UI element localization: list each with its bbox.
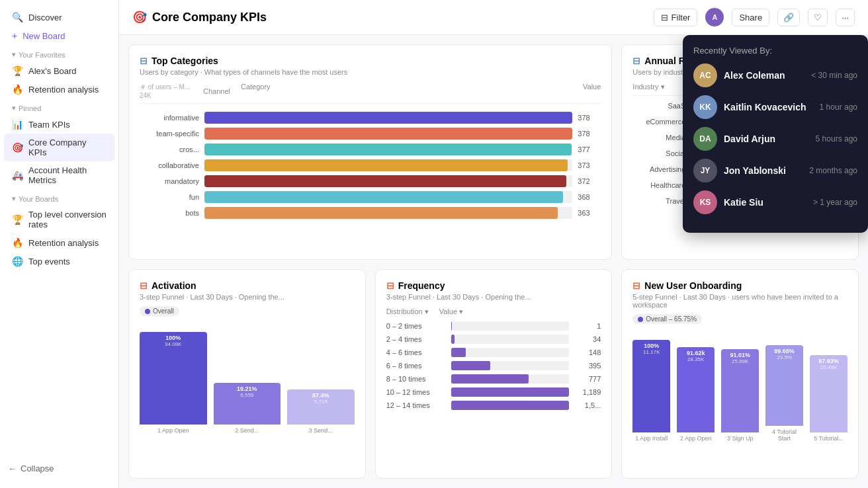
- onboarding-bar-label: 91.01%: [730, 352, 750, 358]
- sidebar-item-top-conversion[interactable]: 🏆 Top level conversion rates: [4, 206, 114, 233]
- onboarding-step-label: 5 Tutorial...: [814, 435, 844, 442]
- favorites-label: Your Favorites: [19, 51, 65, 59]
- onboarding-bar-sub: 28.35K: [687, 356, 704, 362]
- top-categories-card: ⊟ Top Categories Users by category · Wha…: [128, 44, 612, 260]
- onboarding-icon: ⊟: [632, 280, 640, 291]
- funnel-step-label: 2 Send...: [235, 427, 259, 434]
- pinned-label: Pinned: [19, 104, 41, 112]
- dist-label: 12 – 14 times: [386, 401, 446, 409]
- favorites-section[interactable]: ▾ Your Favorites: [0, 45, 118, 61]
- onboarding-subtitle: 5-step Funnel · Last 30 Days · users who…: [632, 293, 847, 309]
- funnel-bar-label: 19.21%: [237, 386, 257, 392]
- bar-value: 378: [578, 130, 601, 138]
- sidebar-new-board-label: New Board: [22, 31, 65, 41]
- popup-viewer-item: DA David Arjun 5 hours ago: [693, 127, 857, 151]
- onboarding-funnel-bar: 89.68% 23.5%: [765, 345, 803, 426]
- dist-label: 10 – 12 times: [386, 388, 446, 396]
- popup-viewer-item: KK Kaitlin Kovacevich 1 hour ago: [693, 95, 857, 119]
- bar-row: team-specific 378: [140, 128, 601, 140]
- top-conversion-icon: 🏆: [12, 214, 23, 225]
- sidebar-item-alexs-board[interactable]: 🏆 Alex's Board: [4, 61, 114, 80]
- filter-label: Filter: [672, 13, 691, 22]
- onboarding-funnel: 100% 11.17K 1 App Install 91.62k 28.35K …: [632, 336, 847, 442]
- funnel-bar: 100% 34.08K: [140, 332, 207, 425]
- top-categories-chart: informative 378team-specific 378cros... …: [140, 112, 601, 219]
- viewer-name: David Arjun: [724, 134, 809, 144]
- activation-icon: ⊟: [140, 280, 148, 291]
- dist-row: 10 – 12 times 1,189: [386, 387, 601, 397]
- bar-row: collaborative 373: [140, 159, 601, 171]
- dist-label: 6 – 8 times: [386, 362, 446, 370]
- dist-value: 34: [574, 335, 601, 343]
- viewer-time: > 1 year ago: [813, 198, 857, 207]
- bar-label: team-specific: [140, 130, 199, 138]
- bar-row: informative 378: [140, 112, 601, 124]
- y-axis-label: ＃ of users – M...24K: [140, 83, 193, 99]
- dist-value: 1: [574, 322, 601, 330]
- popup-viewer-item: KS Katie Siu > 1 year ago: [693, 190, 857, 214]
- sidebar-item-retention[interactable]: 🔥 Retention analysis: [4, 233, 114, 252]
- bar-container: [204, 159, 572, 171]
- onboarding-bar-sub: 25.99K: [732, 358, 748, 364]
- funnel-bar: 19.21% 6,559: [214, 383, 281, 425]
- bar-label: cros...: [140, 145, 199, 153]
- sidebar-item-account-health[interactable]: 🚑 Account Health Metrics: [4, 161, 114, 189]
- sidebar-retention-label: Retention analysis: [28, 238, 99, 248]
- dist-bar: [451, 401, 570, 410]
- favorite-button[interactable]: ♡: [808, 9, 828, 26]
- funnel-bar-label: 100%: [165, 335, 181, 341]
- bar-label: fun: [140, 193, 199, 201]
- dist-label: 8 – 10 times: [386, 375, 446, 383]
- bar-container: [204, 143, 572, 155]
- filter-icon: ⊟: [661, 13, 668, 22]
- share-button[interactable]: Share: [732, 9, 769, 26]
- viewer-name: Katie Siu: [724, 197, 806, 208]
- revenue-bar-label: Media: [632, 134, 685, 142]
- link-button[interactable]: 🔗: [777, 9, 800, 26]
- boards-section[interactable]: ▾ Your Boards: [0, 189, 118, 206]
- bar: [204, 143, 572, 155]
- filter-button[interactable]: ⊟ Filter: [654, 9, 698, 26]
- sidebar-item-core-company[interactable]: 🎯 Core Company KPIs: [4, 134, 114, 161]
- col-category[interactable]: Category: [241, 83, 572, 99]
- collapse-button[interactable]: ← Collapse: [8, 464, 110, 473]
- sidebar-item-discover[interactable]: 🔍 Discover: [4, 8, 114, 26]
- popup-viewer-item: AC Alex Coleman < 30 min ago: [693, 63, 857, 87]
- more-button[interactable]: ···: [836, 9, 855, 26]
- bar-container: [204, 112, 572, 124]
- sidebar-item-new-board[interactable]: + New Board: [4, 26, 114, 45]
- bar-container: [204, 191, 572, 203]
- dist-value: 148: [574, 348, 601, 356]
- viewer-name: Jon Yablonski: [724, 165, 803, 176]
- viewer-time: 1 hour ago: [820, 102, 857, 112]
- page-title-icon: 🎯: [132, 10, 147, 24]
- onboarding-funnel-step: 87.93% 20.49K 5 Tutorial...: [810, 336, 847, 442]
- page-title: 🎯 Core Company KPIs: [132, 10, 648, 24]
- bar-row: cros... 377: [140, 143, 601, 155]
- bar-value: 368: [578, 193, 601, 201]
- retention-icon: 🔥: [12, 237, 23, 248]
- viewer-avatar: AC: [693, 63, 717, 87]
- bar-value: 378: [578, 114, 601, 122]
- dist-label: 2 – 4 times: [386, 335, 446, 343]
- dist-value: 1,5...: [574, 401, 601, 409]
- dist-dropdown[interactable]: Distribution ▾: [386, 307, 429, 316]
- viewer-avatar: KS: [693, 190, 717, 214]
- boards-label: Your Boards: [19, 195, 58, 203]
- sidebar-retention-fav-label: Retention analysis: [28, 85, 99, 95]
- activation-title: ⊟ Activation: [140, 280, 355, 291]
- bar: [204, 128, 572, 140]
- col-channel[interactable]: Channel: [203, 83, 230, 99]
- funnel-step-label: 1 App Open: [157, 427, 189, 434]
- collapse-label: Collapse: [21, 464, 54, 473]
- value-dropdown[interactable]: Value ▾: [439, 307, 463, 316]
- sidebar-item-team-kpis[interactable]: 📊 Team KPIs: [4, 115, 114, 134]
- funnel-bar-sub: 34.08K: [165, 341, 181, 347]
- bar-value: 372: [578, 177, 601, 185]
- sidebar-item-retention-fav[interactable]: 🔥 Retention analysis: [4, 80, 114, 99]
- pinned-section[interactable]: ▾ Pinned: [0, 99, 118, 115]
- col-value[interactable]: Value: [583, 83, 601, 99]
- sidebar-item-top-events[interactable]: 🌐 Top events: [4, 252, 114, 270]
- avatar: A: [705, 8, 724, 26]
- revenue-bar-label: Social: [632, 149, 685, 157]
